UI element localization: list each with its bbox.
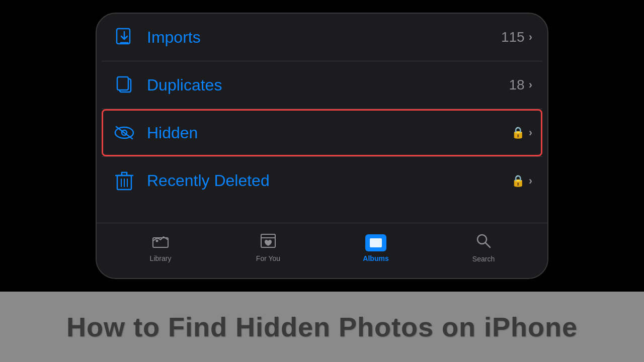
hidden-icon: [112, 125, 137, 140]
svg-rect-20: [370, 238, 382, 247]
duplicates-right: 18 ›: [509, 77, 532, 93]
tab-albums-label: Albums: [363, 254, 388, 262]
tab-search-label: Search: [472, 255, 495, 263]
imports-label: Imports: [147, 28, 501, 47]
imports-right: 115 ›: [501, 29, 532, 45]
for-you-icon: [261, 234, 276, 251]
recently-deleted-right: 🔒 ›: [511, 174, 532, 188]
duplicates-icon: [112, 75, 137, 95]
hidden-chevron: ›: [529, 126, 532, 139]
tab-library[interactable]: Library: [135, 234, 186, 262]
tab-library-label: Library: [150, 254, 172, 262]
caption-text: How to Find Hidden Photos on iPhone: [66, 311, 578, 342]
tab-bar: Library For You: [97, 223, 547, 278]
hidden-right: 🔒 ›: [511, 126, 532, 139]
svg-point-17: [156, 240, 158, 242]
duplicates-label: Duplicates: [147, 76, 509, 95]
hidden-lock-icon: 🔒: [511, 126, 525, 139]
duplicates-count: 18: [509, 77, 525, 93]
library-icon: [152, 234, 169, 251]
list-item-imports[interactable]: Imports 115 ›: [102, 14, 542, 61]
imports-icon: [112, 28, 137, 47]
recently-deleted-lock-icon: 🔒: [511, 174, 525, 188]
imports-count: 115: [501, 29, 525, 45]
tab-search[interactable]: Search: [458, 233, 509, 263]
caption-bar: How to Find Hidden Photos on iPhone: [0, 292, 644, 362]
phone-panel: Imports 115 › Duplicates 18 ›: [96, 13, 548, 279]
list-item-recently-deleted[interactable]: Recently Deleted 🔒 ›: [102, 157, 542, 205]
main-area: Imports 115 › Duplicates 18 ›: [0, 0, 644, 292]
albums-icon: [365, 234, 386, 251]
svg-line-22: [486, 243, 490, 247]
duplicates-chevron: ›: [529, 78, 532, 92]
list-item-duplicates[interactable]: Duplicates 18 ›: [102, 61, 542, 109]
imports-chevron: ›: [529, 31, 532, 44]
search-icon: [476, 233, 491, 252]
list-item-hidden[interactable]: Hidden 🔒 ›: [102, 109, 542, 157]
trash-icon: [112, 171, 137, 191]
hidden-label: Hidden: [147, 124, 511, 142]
tab-albums[interactable]: Albums: [351, 234, 401, 262]
list-container: Imports 115 › Duplicates 18 ›: [97, 14, 547, 223]
svg-rect-4: [117, 77, 128, 90]
tab-for-you-label: For You: [256, 254, 280, 262]
recently-deleted-chevron: ›: [529, 174, 532, 188]
recently-deleted-label: Recently Deleted: [147, 171, 511, 190]
tab-for-you[interactable]: For You: [243, 234, 293, 262]
